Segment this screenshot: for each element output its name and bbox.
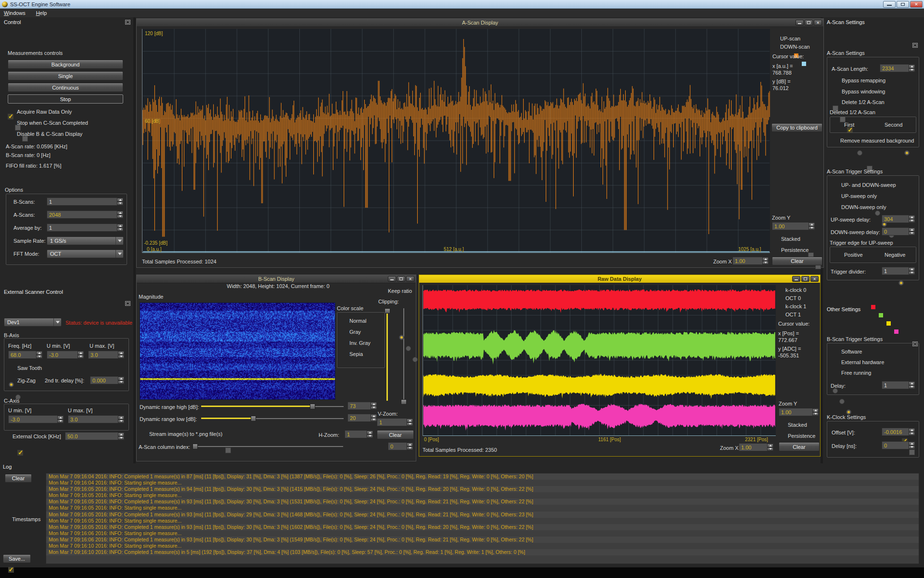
close-icon[interactable]	[810, 276, 819, 282]
col-index-slider[interactable]	[192, 444, 343, 449]
c-umin-spinner[interactable]: -3.0	[8, 415, 64, 423]
clipping-slider[interactable]	[385, 308, 390, 401]
ascan-zoom-x-arrows[interactable]	[762, 257, 769, 264]
bscan-vscroll-slider[interactable]	[401, 308, 407, 405]
col-index-arrows[interactable]	[407, 443, 413, 450]
fft-mode-dropdown[interactable]: OCT	[47, 250, 124, 258]
bscan-clear-button[interactable]: Clear	[377, 430, 414, 439]
up-sweep-delay-arrows[interactable]	[909, 215, 915, 223]
dr-high-slider[interactable]	[201, 404, 344, 409]
ascan-zoom-x-spinner[interactable]: 1.00	[732, 257, 769, 265]
minimize-icon[interactable]	[388, 276, 396, 282]
stop-button[interactable]: Stop	[8, 94, 123, 104]
sawtooth-radio[interactable]	[9, 382, 14, 387]
ascan-length-arrows[interactable]	[909, 65, 915, 72]
bscan-vscroll-handle[interactable]	[401, 399, 407, 405]
freq-spinner[interactable]: 68.0	[8, 351, 43, 359]
color-invgray-radio[interactable]	[412, 357, 418, 362]
external-clock-spinner[interactable]: 50.0	[65, 432, 125, 440]
ascan-length-spinner[interactable]: 2334	[880, 64, 915, 72]
umin-arrows[interactable]	[77, 351, 84, 358]
ascan-zoom-y-arrows[interactable]	[808, 223, 815, 230]
edge-positive-radio[interactable]	[898, 280, 904, 286]
color-gray-radio[interactable]	[406, 346, 411, 351]
clipping-slider-handle[interactable]	[385, 308, 390, 314]
ascan-titlebar[interactable]: A-Scan Display	[137, 19, 823, 27]
menu-windows[interactable]: Windows	[4, 10, 26, 16]
dr-low-spinner[interactable]: 20	[347, 414, 377, 422]
dr-low-arrows[interactable]	[371, 414, 377, 421]
app-titlebar[interactable]: SS-OCT Engine Software	[0, 0, 924, 9]
window-maximize-button[interactable]	[897, 1, 909, 8]
software-trigger-radio[interactable]	[833, 388, 838, 394]
minimize-icon[interactable]	[792, 276, 800, 282]
kclock-delay-spinner[interactable]: 0	[882, 441, 915, 449]
log-clear-button[interactable]: Clear	[5, 474, 32, 483]
external-clock-arrows[interactable]	[118, 433, 124, 440]
trigger-divider-spinner[interactable]: 1	[882, 267, 915, 275]
umax-spinner[interactable]: 3.0	[88, 351, 125, 359]
maximize-icon[interactable]	[805, 20, 813, 26]
umax-arrows[interactable]	[118, 351, 124, 358]
c-umin-arrows[interactable]	[57, 416, 64, 423]
col-index-handle[interactable]	[192, 444, 198, 449]
timestamps-checkbox[interactable]	[8, 567, 14, 573]
sample-rate-dropdown[interactable]: 1 GS/s	[47, 236, 124, 245]
dr-high-handle[interactable]	[310, 404, 315, 409]
hzoom-arrows[interactable]	[367, 431, 373, 438]
umin-spinner[interactable]: -3.0	[47, 351, 84, 359]
maximize-icon[interactable]	[397, 276, 405, 282]
vzoom-spinner[interactable]: 1	[377, 418, 413, 426]
freq-arrows[interactable]	[36, 351, 42, 358]
device-dropdown[interactable]: Dev1	[4, 318, 62, 327]
control-dock-icon[interactable]	[125, 20, 130, 25]
dr-low-slider[interactable]	[201, 416, 344, 421]
raw-zoom-y-arrows[interactable]	[812, 408, 819, 416]
bscans-spinner[interactable]: 1	[47, 197, 124, 206]
log-save-button[interactable]: Save...	[3, 554, 31, 563]
kclock-offset-arrows[interactable]	[909, 428, 915, 435]
raw-chart[interactable]	[423, 285, 776, 436]
ascan-chart[interactable]	[142, 29, 770, 253]
external-hardware-radio[interactable]	[839, 399, 845, 404]
trigger-divider-arrows[interactable]	[909, 267, 915, 275]
dr-high-arrows[interactable]	[371, 402, 377, 409]
hzoom-spinner[interactable]: 1	[345, 430, 373, 438]
menu-help[interactable]: Help	[36, 10, 47, 16]
acquire-raw-checkbox[interactable]	[8, 114, 13, 119]
single-button[interactable]: Single	[8, 71, 123, 80]
vzoom-arrows[interactable]	[407, 419, 413, 426]
raw-zoom-x-arrows[interactable]	[767, 444, 773, 451]
window-minimize-button[interactable]	[883, 1, 896, 8]
raw-zoom-x-spinner[interactable]: 1.00	[739, 443, 774, 451]
up-sweep-delay-spinner[interactable]: 304	[882, 215, 915, 223]
left-splitter[interactable]	[133, 17, 136, 463]
minimize-icon[interactable]	[796, 20, 804, 26]
dr-high-spinner[interactable]: 73	[347, 402, 377, 410]
maximize-icon[interactable]	[801, 276, 809, 282]
window-close-button[interactable]	[910, 1, 923, 8]
col-index-spinner[interactable]: 0	[388, 442, 413, 450]
down-sweep-delay-spinner[interactable]: 0	[882, 227, 915, 236]
ascan-zoom-y-spinner[interactable]: 1.00	[772, 222, 815, 230]
scanner-dock-icon[interactable]	[125, 301, 130, 306]
kclock-offset-spinner[interactable]: -0.0016	[882, 428, 915, 436]
c-umax-arrows[interactable]	[118, 416, 124, 423]
tr-delay-spinner[interactable]: 0.000	[90, 376, 125, 384]
ascan-clear-button[interactable]: Clear	[772, 257, 822, 265]
bscan-titlebar[interactable]: B-Scan Display	[137, 275, 416, 283]
copy-to-clipboard-button[interactable]: Copy to clipboard	[771, 123, 822, 132]
ascans-arrows[interactable]	[117, 211, 123, 218]
close-icon[interactable]	[406, 276, 414, 282]
down-sweep-delay-arrows[interactable]	[909, 228, 915, 235]
tr-delay-arrows[interactable]	[118, 377, 124, 384]
external-clock-checkbox[interactable]	[17, 450, 23, 456]
ascan-settings-dock-icon[interactable]	[912, 43, 918, 48]
color-normal-radio[interactable]	[399, 335, 404, 340]
bscan-delay-arrows[interactable]	[909, 381, 915, 389]
ascans-spinner[interactable]: 2048	[47, 210, 124, 219]
average-spinner[interactable]: 1	[47, 223, 124, 232]
continuous-button[interactable]: Continuous	[8, 83, 123, 92]
raw-clear-button[interactable]: Clear	[779, 442, 820, 451]
average-arrows[interactable]	[117, 224, 123, 231]
